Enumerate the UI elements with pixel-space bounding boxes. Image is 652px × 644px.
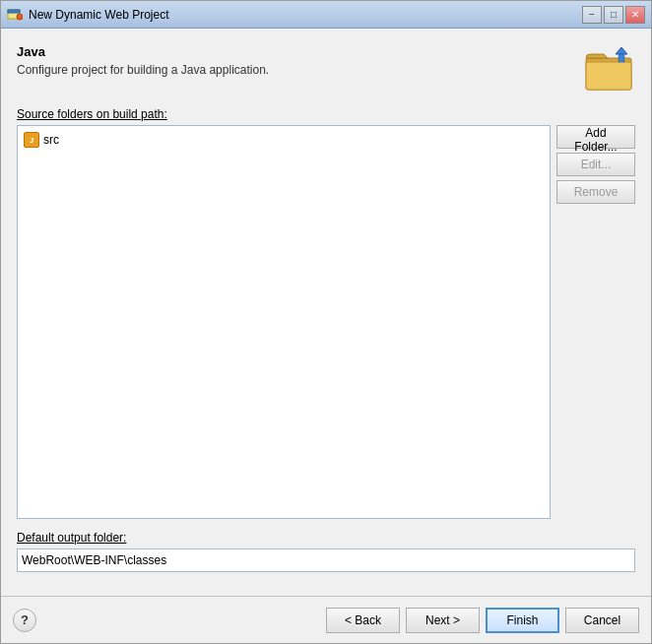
main-content: Java Configure project for building a Ja… [1, 29, 651, 596]
minimize-button[interactable]: − [582, 6, 602, 24]
output-label: Default output folder: [17, 531, 635, 545]
close-button[interactable]: ✕ [625, 6, 645, 24]
bottom-bar: ? < Back Next > Finish Cancel [1, 596, 651, 643]
svg-point-2 [17, 14, 23, 20]
header-folder-icon [584, 44, 635, 92]
source-folder-area: J src Add Folder... Edit... Remove [17, 125, 635, 519]
header-text: Java Configure project for building a Ja… [17, 44, 269, 77]
maximize-button[interactable]: □ [604, 6, 623, 24]
cancel-button[interactable]: Cancel [565, 608, 639, 633]
title-bar-title: New Dynamic Web Project [29, 8, 582, 22]
page-description: Configure project for building a Java ap… [17, 63, 269, 77]
finish-button[interactable]: Finish [486, 608, 559, 633]
title-bar: New Dynamic Web Project − □ ✕ [1, 1, 651, 29]
java-src-icon: J [24, 132, 39, 148]
back-button[interactable]: < Back [326, 608, 400, 633]
svg-rect-1 [8, 10, 20, 13]
svg-rect-4 [586, 62, 631, 90]
remove-button[interactable]: Remove [556, 180, 635, 204]
svg-rect-6 [619, 54, 624, 62]
window-icon [7, 7, 23, 23]
source-list: J src [17, 125, 551, 519]
title-bar-buttons: − □ ✕ [582, 6, 645, 24]
add-folder-button[interactable]: Add Folder... [556, 125, 635, 149]
source-section-label: Source folders on build path: [17, 107, 635, 121]
svg-marker-5 [616, 47, 627, 54]
output-section: Default output folder: [17, 531, 635, 572]
help-button[interactable]: ? [13, 609, 36, 632]
output-folder-input[interactable] [17, 548, 635, 572]
list-item[interactable]: J src [22, 130, 546, 150]
src-folder-name: src [43, 133, 59, 147]
edit-button[interactable]: Edit... [556, 153, 635, 176]
header-section: Java Configure project for building a Ja… [17, 44, 635, 92]
next-button[interactable]: Next > [406, 608, 480, 633]
dialog-window: New Dynamic Web Project − □ ✕ Java Confi… [0, 0, 652, 644]
bottom-buttons: < Back Next > Finish Cancel [326, 608, 639, 633]
page-title: Java [17, 44, 269, 59]
sidebar-buttons: Add Folder... Edit... Remove [556, 125, 635, 519]
